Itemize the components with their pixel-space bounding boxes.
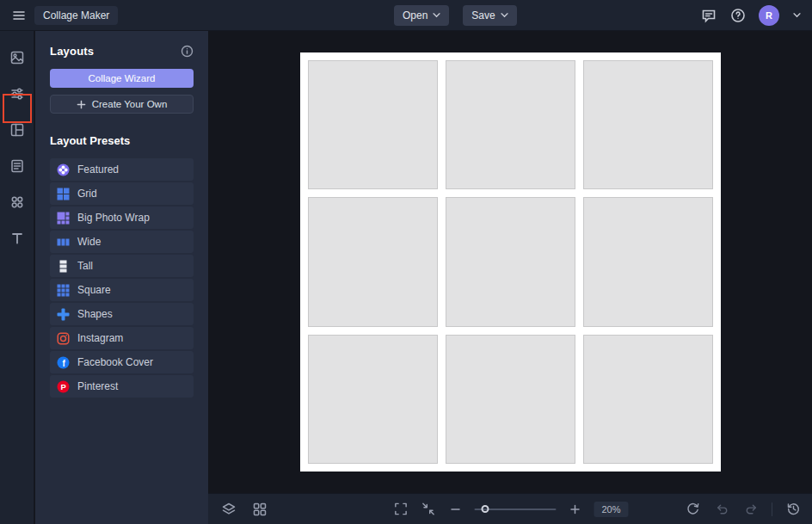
- collage-cell[interactable]: [583, 60, 713, 189]
- grid-icon: [57, 188, 70, 200]
- featured-icon: [57, 163, 70, 176]
- layers-icon[interactable]: [220, 501, 237, 518]
- layouts-panel: Layouts Collage Wizard Create Your Own L…: [35, 31, 208, 524]
- preset-big-photo-wrap[interactable]: Big Photo Wrap: [50, 207, 194, 229]
- toolbar-divider: [772, 502, 772, 516]
- collage-cell[interactable]: [446, 197, 575, 326]
- plus-icon: [77, 100, 86, 109]
- info-icon[interactable]: [180, 44, 194, 58]
- help-icon[interactable]: [729, 7, 747, 24]
- topbar-right: R: [700, 5, 812, 26]
- shapes-icon: [57, 308, 70, 321]
- collage-cell[interactable]: [446, 335, 575, 464]
- zoom-slider[interactable]: [474, 503, 556, 515]
- feedback-icon[interactable]: [700, 7, 717, 24]
- fill-screen-icon[interactable]: [419, 501, 436, 518]
- collage-maker-app: Collage Maker Open Save R: [0, 0, 812, 524]
- wide-icon: [57, 236, 70, 249]
- hamburger-menu-icon[interactable]: [10, 7, 28, 24]
- collage-cell[interactable]: [583, 197, 713, 326]
- rail-layouts-icon[interactable]: [5, 118, 29, 142]
- rail-templates-icon[interactable]: [5, 154, 29, 178]
- topbar: Collage Maker Open Save R: [0, 0, 812, 31]
- undo-icon[interactable]: [713, 501, 730, 518]
- preset-square[interactable]: Square: [50, 279, 194, 301]
- history-icon[interactable]: [784, 501, 802, 518]
- preset-facebook-cover[interactable]: f Facebook Cover: [50, 351, 194, 373]
- canvas-area: [208, 31, 812, 493]
- preset-wide[interactable]: Wide: [50, 231, 194, 253]
- app-title: Collage Maker: [34, 6, 118, 25]
- save-button[interactable]: Save: [463, 5, 516, 26]
- preset-list: Featured Grid Big Photo Wrap Wide: [50, 158, 194, 398]
- grid-view-icon[interactable]: [251, 501, 268, 518]
- rotate-canvas-icon[interactable]: [684, 501, 701, 518]
- topbar-actions: Open Save: [394, 5, 517, 26]
- zoom-out-icon[interactable]: [446, 501, 464, 518]
- rail-edit-icon[interactable]: [5, 82, 29, 106]
- chevron-down-icon: [433, 13, 440, 18]
- preset-instagram[interactable]: Instagram: [50, 327, 194, 349]
- facebook-icon: f: [57, 356, 70, 369]
- fit-to-screen-icon[interactable]: [391, 501, 409, 518]
- create-your-own-button[interactable]: Create Your Own: [50, 95, 194, 114]
- svg-text:P: P: [60, 382, 66, 391]
- panel-title: Layouts: [50, 45, 94, 58]
- account-chevron-icon[interactable]: [791, 7, 802, 24]
- zoom-handle[interactable]: [481, 505, 489, 513]
- open-button[interactable]: Open: [394, 5, 449, 26]
- tall-icon: [57, 260, 70, 273]
- collage-canvas: [300, 52, 721, 472]
- preset-pinterest[interactable]: P Pinterest: [50, 375, 194, 398]
- preset-shapes[interactable]: Shapes: [50, 303, 194, 325]
- preset-featured[interactable]: Featured: [50, 158, 194, 181]
- preset-tall[interactable]: Tall: [50, 255, 194, 277]
- square-icon: [57, 284, 70, 297]
- chevron-down-icon: [501, 13, 508, 18]
- collage-cell[interactable]: [446, 60, 575, 189]
- rail-graphics-icon[interactable]: [5, 190, 29, 214]
- pinterest-icon: P: [57, 380, 70, 393]
- tool-rail: [0, 31, 34, 524]
- zoom-level: 20%: [594, 502, 628, 517]
- bottom-toolbar: 20%: [208, 493, 812, 524]
- preset-grid[interactable]: Grid: [50, 182, 194, 205]
- wrap-icon: [57, 212, 70, 225]
- avatar[interactable]: R: [759, 5, 779, 26]
- collage-cell[interactable]: [308, 197, 438, 326]
- rail-text-icon[interactable]: [5, 226, 29, 250]
- collage-wizard-button[interactable]: Collage Wizard: [50, 69, 194, 88]
- redo-icon[interactable]: [742, 501, 760, 518]
- presets-title: Layout Presets: [50, 134, 194, 147]
- collage-cell[interactable]: [308, 335, 438, 464]
- rail-photo-manager-icon[interactable]: [5, 46, 29, 70]
- instagram-icon: [57, 332, 70, 345]
- zoom-in-icon[interactable]: [566, 501, 583, 518]
- collage-cell[interactable]: [583, 335, 713, 464]
- collage-cell[interactable]: [308, 60, 438, 189]
